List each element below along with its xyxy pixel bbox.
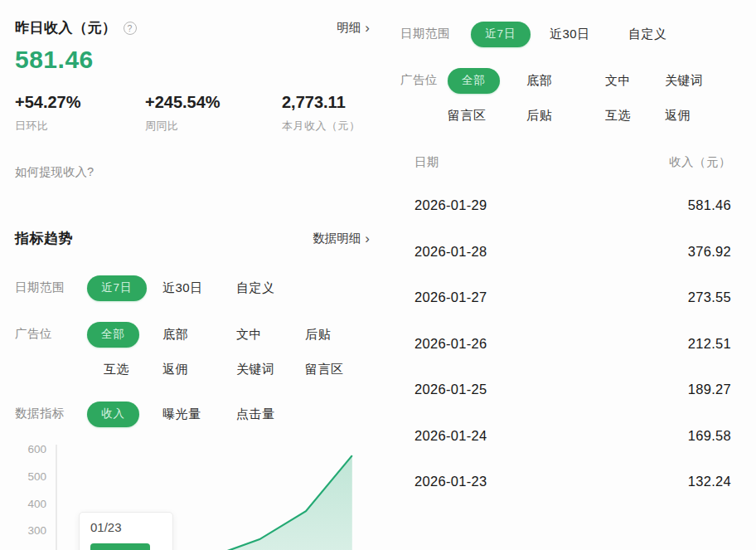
filter-group-label: 广告位: [400, 63, 448, 88]
filter-option[interactable]: 底部: [162, 327, 188, 343]
filter-group-label: 广告位: [15, 317, 87, 342]
filter-date-range: 日期范围近7日近30日自定义: [400, 17, 731, 51]
filter-option[interactable]: 互选: [605, 108, 631, 124]
date-cell: 2026-01-27: [400, 290, 487, 305]
filter-date-range: 日期范围近7日近30日自定义: [15, 270, 305, 305]
stat-month-income: 2,773.11 本月收入（元）: [282, 93, 370, 134]
chart-tooltip: 01/23: [79, 512, 173, 550]
filter-option[interactable]: 底部: [526, 73, 552, 89]
income-detail-link[interactable]: 明细 ›: [337, 20, 370, 36]
stat-week-over-week: +245.54% 周同比: [145, 93, 282, 134]
income-cell: 273.55: [688, 290, 731, 305]
filter-option-selected[interactable]: 近7日: [471, 22, 531, 47]
how-to-withdraw-link[interactable]: 如何提现收入?: [15, 164, 370, 180]
stat-label: 本月收入（元）: [282, 119, 370, 134]
date-cell: 2026-01-26: [400, 336, 487, 352]
filter-option[interactable]: 留言区: [305, 362, 344, 377]
filter-group-label: 日期范围: [400, 17, 471, 41]
income-cell: 169.58: [688, 428, 731, 444]
table-row: 2026-01-24169.58: [400, 413, 731, 460]
income-cell: 581.46: [688, 197, 731, 213]
trend-section-title: 指标趋势: [15, 229, 73, 248]
filter-option[interactable]: 文中: [605, 73, 631, 89]
filter-option[interactable]: 互选: [104, 362, 129, 377]
filter-option[interactable]: 返佣: [162, 362, 188, 377]
income-card-title: 昨日收入（元）: [15, 18, 117, 37]
tooltip-date: 01/23: [90, 520, 162, 534]
filter-option[interactable]: 近30日: [162, 280, 203, 296]
stat-label: 日环比: [15, 119, 145, 134]
filter-option-selected[interactable]: 全部: [448, 68, 500, 94]
stat-value: +245.54%: [145, 93, 282, 112]
stat-label: 周同比: [145, 119, 282, 134]
trend-line-chart[interactable]: [0, 440, 381, 550]
filter-option-selected[interactable]: 收入: [87, 402, 139, 427]
table-row: 2026-01-29581.46: [400, 183, 731, 229]
filter-option[interactable]: 关键词: [665, 73, 704, 89]
filter-option[interactable]: 留言区: [448, 108, 487, 124]
income-stats: +54.27% 日环比 +245.54% 周同比 2,773.11 本月收入（元…: [15, 93, 370, 134]
filter-option[interactable]: 返佣: [665, 108, 691, 124]
date-cell: 2026-01-24: [400, 428, 487, 444]
filter-option-selected[interactable]: 全部: [87, 322, 139, 348]
date-cell: 2026-01-23: [400, 474, 487, 489]
date-cell: 2026-01-25: [400, 382, 487, 397]
filter-option-selected[interactable]: 近7日: [87, 275, 147, 301]
filter-option[interactable]: 点击量: [236, 406, 275, 422]
data-detail-link[interactable]: 数据明细 ›: [313, 231, 370, 246]
y-axis-tick-label: 600: [8, 443, 46, 455]
filter-ad-slot: 广告位全部底部文中后贴互选返佣关键词留言区: [15, 317, 371, 387]
table-row: 2026-01-25189.27: [400, 367, 731, 413]
table-row: 2026-01-26212.51: [400, 321, 731, 367]
question-circle-icon[interactable]: ?: [124, 22, 137, 35]
table-row: 2026-01-27273.55: [400, 275, 731, 321]
ad-revenue-dashboard: 昨日收入（元） ? 明细 › 581.46 +54.27% 日环比 +245.5…: [0, 0, 756, 550]
income-table: 2026-01-29581.462026-01-28376.922026-01-…: [400, 183, 731, 505]
filter-ad-slot: 广告位全部底部文中关键词留言区后贴互选返佣: [400, 63, 731, 133]
stat-value: 2,773.11: [282, 93, 370, 112]
filter-option[interactable]: 自定义: [236, 280, 275, 296]
filter-group-label: 数据指标: [15, 397, 87, 421]
table-row: 2026-01-23132.24: [400, 459, 731, 505]
income-cell: 132.24: [688, 474, 731, 489]
date-cell: 2026-01-29: [400, 197, 487, 213]
y-axis-tick-label: 400: [8, 498, 46, 510]
income-cell: 189.27: [688, 382, 731, 397]
income-cell: 212.51: [688, 336, 731, 352]
table-header: 日期 收入（元）: [400, 154, 731, 170]
stat-day-over-day: +54.27% 日环比: [15, 93, 145, 134]
filter-group-label: 日期范围: [15, 270, 87, 295]
filter-option[interactable]: 近30日: [550, 27, 590, 42]
yesterday-income-amount: 581.46: [15, 46, 370, 74]
trend-section-header: 指标趋势 数据明细 ›: [15, 229, 370, 248]
column-income: 收入（元）: [669, 154, 731, 170]
date-cell: 2026-01-28: [400, 244, 487, 260]
data-detail-label: 数据明细: [313, 231, 361, 246]
stat-value: +54.27%: [15, 93, 145, 112]
filter-metric: 数据指标收入曝光量点击量: [15, 397, 305, 431]
filter-option[interactable]: 后贴: [305, 327, 331, 343]
filter-option[interactable]: 曝光量: [162, 406, 201, 422]
y-axis-tick-label: 300: [8, 524, 46, 537]
tooltip-series-tag: [90, 543, 150, 550]
income-cell: 376.92: [688, 244, 731, 260]
chevron-right-icon: ›: [365, 233, 370, 245]
income-card-header: 昨日收入（元） ? 明细 ›: [15, 18, 370, 37]
chevron-right-icon: ›: [365, 22, 370, 34]
filter-option[interactable]: 自定义: [628, 27, 667, 42]
y-axis-tick-label: 500: [8, 470, 46, 483]
trend-chart[interactable]: 600500400300 01/23: [0, 440, 381, 550]
filter-option[interactable]: 文中: [236, 327, 262, 343]
filter-option[interactable]: 关键词: [236, 362, 275, 377]
column-date: 日期: [414, 154, 439, 170]
table-row: 2026-01-28376.92: [400, 229, 731, 275]
income-detail-label: 明细: [337, 20, 361, 36]
filter-option[interactable]: 后贴: [526, 108, 552, 124]
